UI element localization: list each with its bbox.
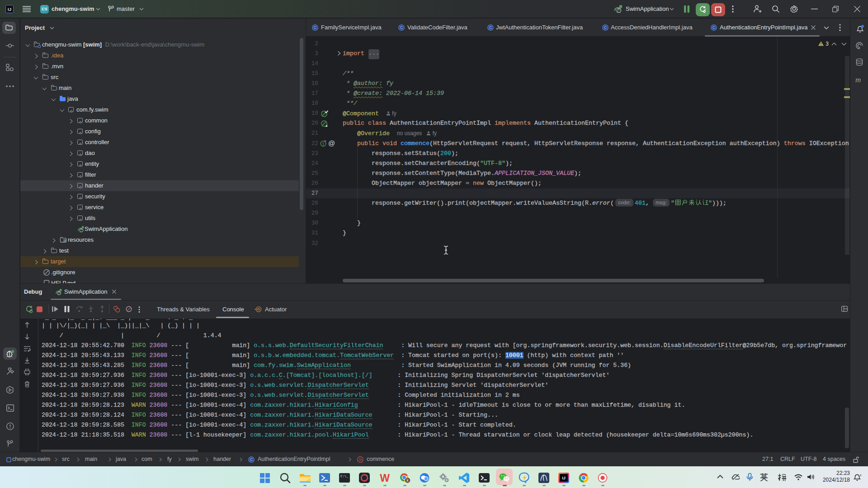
svg-text:C:\_: C:\_: [340, 474, 349, 478]
svg-text:C: C: [250, 457, 253, 462]
svg-text:C: C: [400, 25, 403, 30]
svg-text:m: m: [359, 457, 362, 462]
svg-text:z: z: [860, 474, 862, 477]
svg-text:I: I: [322, 142, 324, 147]
svg-text:C: C: [712, 25, 715, 30]
svg-text:IJ: IJ: [8, 7, 11, 12]
svg-text:C: C: [604, 25, 606, 30]
svg-text:W: W: [380, 472, 390, 483]
svg-text:IJ: IJ: [562, 476, 566, 480]
svg-text:C: C: [313, 25, 316, 30]
svg-text:C: C: [489, 25, 491, 30]
